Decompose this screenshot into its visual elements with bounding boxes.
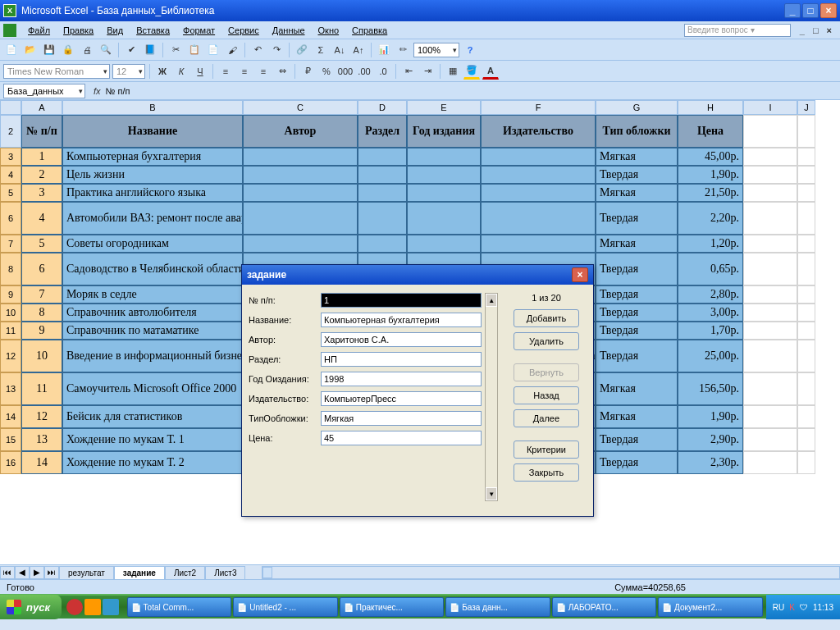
cell[interactable] xyxy=(743,405,797,428)
tray-av-icon[interactable]: K xyxy=(789,603,795,612)
cell-section[interactable] xyxy=(358,166,407,184)
system-tray[interactable]: RU K 🛡 11:13 xyxy=(766,595,840,619)
save-icon[interactable]: 💾 xyxy=(41,42,57,58)
row-head[interactable]: 6 xyxy=(0,202,21,235)
scroll-up-icon[interactable]: ▲ xyxy=(486,294,497,307)
dialog-close-button[interactable]: × xyxy=(572,267,588,282)
menu-окно[interactable]: Окно xyxy=(312,24,346,37)
menu-вставка[interactable]: Вставка xyxy=(130,24,176,37)
paste-icon[interactable]: 📄 xyxy=(205,42,221,58)
cell-price[interactable]: 0,65р. xyxy=(678,253,743,285)
cell-num[interactable]: 1 xyxy=(21,148,62,166)
cell[interactable] xyxy=(743,304,797,322)
cell-publisher[interactable] xyxy=(481,202,596,235)
col-head-B[interactable]: B xyxy=(62,100,243,115)
cell-price[interactable]: 1,90р. xyxy=(678,166,743,184)
sheet-tab-Лист3[interactable]: Лист3 xyxy=(205,566,245,579)
sheet-tab-Лист2[interactable]: Лист2 xyxy=(165,566,205,579)
doc-minimize-button[interactable]: _ xyxy=(797,25,808,35)
cell-price[interactable]: 1,20р. xyxy=(678,235,743,253)
cell-year[interactable] xyxy=(407,235,481,253)
cell-cover[interactable]: Мягкая xyxy=(596,148,678,166)
cell-cover[interactable]: Мягкая xyxy=(596,184,678,202)
cell[interactable] xyxy=(743,372,797,405)
format-painter-icon[interactable]: 🖌 xyxy=(224,42,240,58)
help-search-box[interactable]: Введите вопрос ▾ xyxy=(684,24,791,37)
doc-close-button[interactable]: × xyxy=(824,25,835,35)
form-input-4[interactable] xyxy=(321,372,482,386)
cell-name[interactable]: Справочник по матаматике xyxy=(62,322,243,340)
cell-publisher[interactable] xyxy=(481,184,596,202)
taskbar-task[interactable]: 📄 Total Comm... xyxy=(127,597,231,617)
cell-year[interactable] xyxy=(407,184,481,202)
row-head[interactable]: 3 xyxy=(0,148,21,166)
cell-cover[interactable]: Мягкая xyxy=(596,235,678,253)
cell-cover[interactable]: Твердая xyxy=(596,285,678,304)
cell-name[interactable]: Компьютерная бухгалтерия xyxy=(62,148,243,166)
cell-price[interactable]: 2,80р. xyxy=(678,285,743,304)
cell-name[interactable]: Моряк в седле xyxy=(62,285,243,304)
cell[interactable] xyxy=(743,115,797,148)
row-head[interactable]: 16 xyxy=(0,451,21,474)
cell[interactable] xyxy=(797,304,815,322)
taskbar-task[interactable]: 📄 База данн... xyxy=(445,597,550,617)
doc-restore-button[interactable]: □ xyxy=(810,25,822,35)
form-input-6[interactable] xyxy=(321,411,482,426)
cell[interactable] xyxy=(797,184,815,202)
cell-publisher[interactable] xyxy=(481,166,596,184)
cell-publisher[interactable] xyxy=(481,235,596,253)
cell-num[interactable]: 13 xyxy=(21,428,62,451)
cell-cover[interactable]: Твердая xyxy=(596,340,678,372)
row-head[interactable]: 11 xyxy=(0,322,21,340)
cell[interactable] xyxy=(743,285,797,304)
sort-desc-icon[interactable]: A↑ xyxy=(350,42,367,58)
cell-cover[interactable]: Мягкая xyxy=(596,372,678,405)
merge-center-icon[interactable]: ⇔ xyxy=(274,63,290,80)
cell-name[interactable]: Хождение по мукам Т. 1 xyxy=(62,428,243,451)
cell-num[interactable]: 10 xyxy=(21,340,62,372)
form-input-0[interactable] xyxy=(321,293,482,308)
permissions-icon[interactable]: 🔒 xyxy=(60,42,76,58)
cell[interactable] xyxy=(797,253,815,285)
col-head-C[interactable]: C xyxy=(243,100,358,115)
cell[interactable] xyxy=(743,148,797,166)
cell[interactable] xyxy=(797,148,815,166)
cell[interactable] xyxy=(797,285,815,304)
dialog-scrollbar[interactable]: ▲ ▼ xyxy=(485,293,498,501)
cell-cover[interactable]: Твердая xyxy=(596,166,678,184)
menu-справка[interactable]: Справка xyxy=(345,24,394,37)
cell-name[interactable]: Бейсик для статистиков xyxy=(62,405,243,428)
cell-num[interactable]: 8 xyxy=(21,304,62,322)
table-header[interactable]: Цена xyxy=(678,115,743,148)
row-head[interactable]: 12 xyxy=(0,340,21,372)
cell-price[interactable]: 45,00р. xyxy=(678,148,743,166)
increase-decimal-icon[interactable]: .00 xyxy=(356,63,372,80)
font-size-select[interactable]: 12 xyxy=(112,64,145,79)
cell-name[interactable]: Цель жизни xyxy=(62,166,243,184)
cell[interactable] xyxy=(743,235,797,253)
dialog-button-Критерии[interactable]: Критерии xyxy=(514,441,579,459)
cell-num[interactable]: 4 xyxy=(21,202,62,235)
bold-icon[interactable]: Ж xyxy=(154,63,171,80)
cell-author[interactable] xyxy=(243,184,358,202)
cell-cover[interactable]: Мягкая xyxy=(596,405,678,428)
tray-shield-icon[interactable]: 🛡 xyxy=(800,603,808,612)
decrease-indent-icon[interactable]: ⇤ xyxy=(400,63,417,80)
row-head[interactable]: 8 xyxy=(0,253,21,285)
cell-name[interactable]: Введение в информационный бизнес xyxy=(62,340,243,372)
formula-bar[interactable]: № п/п xyxy=(101,84,837,98)
menu-вид[interactable]: Вид xyxy=(100,24,130,37)
cell[interactable] xyxy=(797,340,815,372)
zoom-select[interactable]: 100% xyxy=(413,43,459,57)
cell-price[interactable]: 21,50р. xyxy=(678,184,743,202)
cell[interactable] xyxy=(743,202,797,235)
cell[interactable] xyxy=(797,235,815,253)
start-button[interactable]: пуск xyxy=(0,595,62,619)
row-head[interactable]: 13 xyxy=(0,372,21,405)
sheet-tab-результат[interactable]: результат xyxy=(59,566,114,579)
row-head[interactable]: 5 xyxy=(0,184,21,202)
form-input-5[interactable] xyxy=(321,391,482,406)
cell-name[interactable]: Самоучитель Microsoft Office 2000 xyxy=(62,372,243,405)
percent-icon[interactable]: % xyxy=(318,63,335,80)
cell-cover[interactable]: Твердая xyxy=(596,428,678,451)
